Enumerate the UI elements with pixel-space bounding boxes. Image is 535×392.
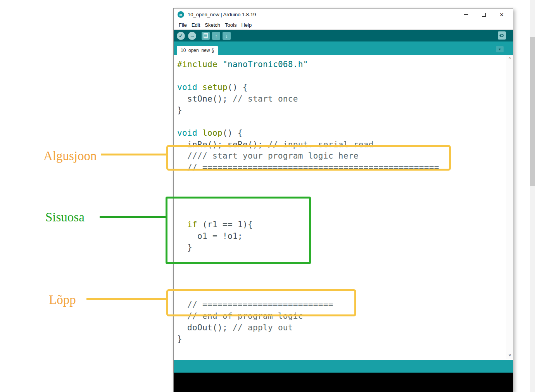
annotation-label-algusjoon: Algusjoon <box>43 149 97 163</box>
window-title: 10_open_new | Arduino 1.8.19 <box>188 12 256 17</box>
toolbar: ✓ → ↑ ↓ <box>174 30 513 41</box>
menu-sketch[interactable]: Sketch <box>202 22 223 28</box>
minimize-button[interactable] <box>457 9 475 21</box>
code-line <box>177 185 439 197</box>
maximize-button[interactable] <box>475 9 493 21</box>
save-button[interactable]: ↓ <box>223 32 231 40</box>
code-line: void loop() { <box>177 128 439 139</box>
menu-help[interactable]: Help <box>239 22 254 28</box>
code-line <box>177 173 439 185</box>
tab-label: 10_open_new <box>181 48 210 53</box>
screen: ∞ 10_open_new | Arduino 1.8.19 × File Ed… <box>0 0 535 392</box>
console-output <box>174 373 513 392</box>
arrow-up-icon: ↑ <box>215 33 217 39</box>
new-sketch-button[interactable] <box>202 32 210 40</box>
menu-file[interactable]: File <box>176 22 189 28</box>
menu-tools[interactable]: Tools <box>223 22 239 28</box>
code-line: void setup() { <box>177 82 439 93</box>
tab-sketch[interactable]: 10_open_new § <box>177 46 218 55</box>
code-line: stOne(); // start once <box>177 93 439 105</box>
annotation-label-lopp: Lõpp <box>49 293 76 307</box>
page-scrollbar[interactable] <box>530 0 535 392</box>
connector-line-start <box>101 154 166 155</box>
highlight-box-end <box>166 289 356 316</box>
code-line <box>177 71 439 82</box>
verify-button[interactable]: ✓ <box>177 32 185 40</box>
code-line: } <box>177 333 439 345</box>
code-line: } <box>177 105 439 116</box>
chevron-down-icon: ▼ <box>498 48 501 51</box>
highlight-box-start <box>166 145 451 171</box>
window-controls: × <box>457 9 511 21</box>
scroll-down-icon[interactable]: v <box>506 352 513 358</box>
upload-button[interactable]: → <box>188 32 196 40</box>
tab-bar: 10_open_new § ▼ <box>174 41 513 55</box>
checkmark-icon: ✓ <box>179 33 183 39</box>
close-icon: × <box>500 11 504 18</box>
code-line <box>177 265 439 276</box>
code-line: #include "nanoTronic068.h" <box>177 59 439 71</box>
tab-list-button[interactable]: ▼ <box>496 46 504 52</box>
magnifier-icon <box>500 34 504 37</box>
maximize-icon <box>482 13 486 17</box>
highlight-box-body <box>166 197 311 264</box>
code-line <box>177 116 439 128</box>
arrow-down-icon: ↓ <box>225 33 228 39</box>
serial-monitor-button[interactable] <box>498 31 506 40</box>
code-line: doOut(); // apply out <box>177 322 439 334</box>
title-bar: ∞ 10_open_new | Arduino 1.8.19 × <box>174 9 513 21</box>
minimize-icon <box>464 14 468 15</box>
menu-bar: File Edit Sketch Tools Help <box>174 21 513 30</box>
open-button[interactable]: ↑ <box>212 32 220 40</box>
annotation-label-sisuosa: Sisuosa <box>45 210 85 224</box>
arrow-right-icon: → <box>190 33 195 39</box>
status-bar <box>174 360 513 373</box>
connector-line-body <box>100 216 166 218</box>
code-line <box>177 276 439 288</box>
close-button[interactable]: × <box>493 9 511 21</box>
page-scrollbar-thumb[interactable] <box>530 37 535 186</box>
tab-modified-mark: § <box>211 48 214 53</box>
scroll-up-icon[interactable]: ^ <box>506 56 513 62</box>
arduino-logo-icon: ∞ <box>178 11 184 18</box>
menu-edit[interactable]: Edit <box>189 22 202 28</box>
editor-scrollbar[interactable]: ^ v <box>506 55 513 359</box>
connector-line-end <box>86 298 166 300</box>
document-icon <box>204 33 208 38</box>
